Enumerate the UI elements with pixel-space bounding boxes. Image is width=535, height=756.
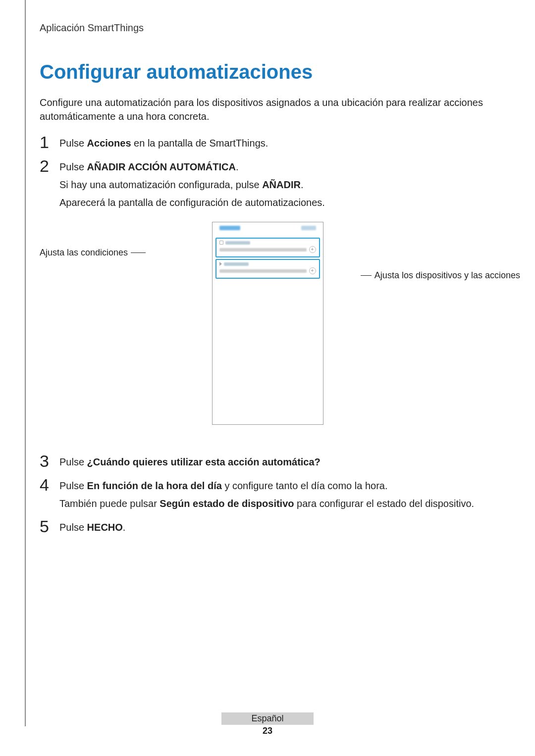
callout-label: Ajusta las condiciones bbox=[40, 248, 128, 258]
step-number: 4 bbox=[40, 476, 59, 493]
clock-icon bbox=[219, 241, 223, 245]
bold-term: En función de la hora del día bbox=[87, 480, 222, 491]
callout-line bbox=[131, 252, 146, 253]
text: en la pantalla de SmartThings. bbox=[131, 138, 268, 149]
mock-conditions-box: + bbox=[215, 238, 320, 257]
text: . bbox=[123, 522, 126, 533]
bold-term: AÑADIR bbox=[262, 179, 301, 190]
phone-mockup: + + bbox=[212, 222, 323, 425]
step-1: 1 Pulse Acciones en la pantalla de Smart… bbox=[40, 136, 495, 153]
mock-label-blur bbox=[225, 241, 250, 245]
text: Si hay una automatización configurada, p… bbox=[59, 179, 262, 190]
bold-term: ¿Cuándo quieres utilizar esta acción aut… bbox=[87, 456, 321, 467]
mock-prompt-blur bbox=[219, 248, 307, 252]
language-label: Español bbox=[221, 712, 313, 725]
step-text: Pulse AÑADIR ACCIÓN AUTOMÁTICA. Si hay u… bbox=[59, 159, 495, 213]
section-header: Aplicación SmartThings bbox=[40, 22, 495, 34]
text: Pulse bbox=[59, 522, 87, 533]
step-text: Pulse HECHO. bbox=[59, 520, 495, 538]
text: Pulse bbox=[59, 161, 87, 172]
step-5: 5 Pulse HECHO. bbox=[40, 520, 495, 538]
illustration-area: Ajusta las condiciones + + bbox=[40, 222, 495, 440]
mock-save-blur bbox=[301, 226, 316, 230]
callout-label: Ajusta los dispositivos y las acciones bbox=[374, 270, 520, 281]
mock-cancel-blur bbox=[219, 226, 240, 230]
step-4: 4 Pulse En función de la hora del día y … bbox=[40, 478, 495, 514]
intro-paragraph: Configure una automatización para los di… bbox=[40, 96, 495, 123]
plus-icon: + bbox=[309, 246, 316, 253]
bold-term: Según estado de dispositivo bbox=[160, 498, 294, 509]
text: Pulse bbox=[59, 456, 87, 467]
step-2: 2 Pulse AÑADIR ACCIÓN AUTOMÁTICA. Si hay… bbox=[40, 159, 495, 213]
mock-label-blur bbox=[224, 262, 249, 266]
mock-header bbox=[213, 222, 323, 236]
step-number: 2 bbox=[40, 157, 59, 174]
callout-actions: Ajusta los dispositivos y las acciones bbox=[361, 270, 520, 281]
page-number: 23 bbox=[0, 726, 535, 736]
callout-conditions: Ajusta las condiciones bbox=[40, 248, 146, 258]
text: y configure tanto el día como la hora. bbox=[222, 480, 388, 491]
bold-term: Acciones bbox=[87, 138, 131, 149]
page-footer: Español 23 bbox=[0, 712, 535, 736]
play-icon bbox=[219, 262, 222, 266]
text: para configurar el estado del dispositiv… bbox=[294, 498, 475, 509]
step-number: 3 bbox=[40, 453, 59, 469]
step-number: 5 bbox=[40, 518, 59, 535]
mock-actions-box: + bbox=[215, 259, 320, 279]
bold-term: HECHO bbox=[87, 522, 123, 533]
text: . bbox=[236, 161, 239, 172]
text: Aparecerá la pantalla de configuración d… bbox=[59, 195, 495, 210]
text: . bbox=[301, 179, 304, 190]
text: Pulse bbox=[59, 480, 87, 491]
callout-line bbox=[361, 275, 372, 276]
step-text: Pulse En función de la hora del día y co… bbox=[59, 478, 495, 514]
page-title: Configurar automatizaciones bbox=[40, 61, 495, 83]
step-3: 3 Pulse ¿Cuándo quieres utilizar esta ac… bbox=[40, 454, 495, 472]
step-text: Pulse ¿Cuándo quieres utilizar esta acci… bbox=[59, 454, 495, 472]
step-text: Pulse Acciones en la pantalla de SmartTh… bbox=[59, 136, 495, 153]
step-number: 1 bbox=[40, 134, 59, 151]
text: Pulse bbox=[59, 138, 87, 149]
text: También puede pulsar bbox=[59, 498, 160, 509]
page-left-border bbox=[25, 0, 26, 726]
mock-prompt-blur bbox=[219, 269, 307, 273]
plus-icon: + bbox=[309, 267, 316, 274]
bold-term: AÑADIR ACCIÓN AUTOMÁTICA bbox=[87, 161, 236, 172]
